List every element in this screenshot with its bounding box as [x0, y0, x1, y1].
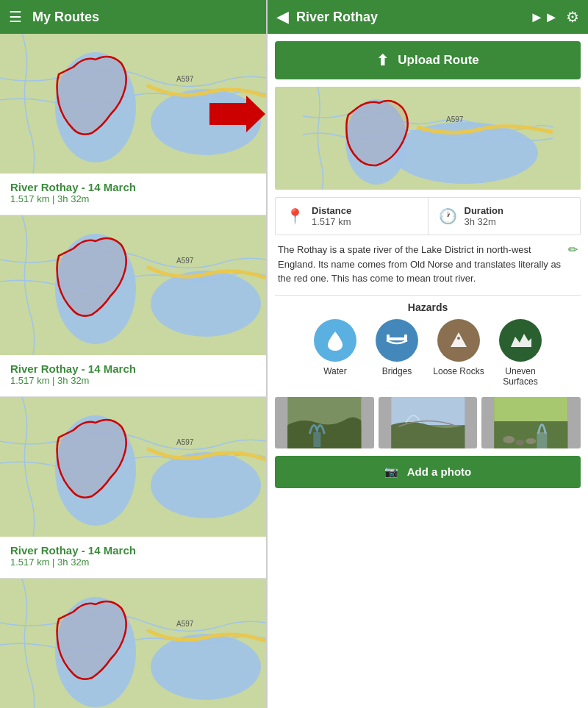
route-item[interactable]: A597 River Rothay - 14 March 1.517 km | … — [0, 397, 266, 579]
route-name: River Rothay - 14 March — [10, 362, 256, 375]
stats-row: 📍 Distance 1.517 km 🕐 Duration 3h 32m — [275, 197, 581, 235]
hazard-water-label: Water — [323, 366, 347, 376]
route-thumbnail: A597 — [0, 215, 266, 355]
svg-text:A597: A597 — [176, 257, 194, 265]
svg-text:A597: A597 — [446, 115, 464, 124]
svg-rect-34 — [537, 432, 548, 448]
route-thumbnail: A597 — [0, 397, 266, 537]
description-area: The Rothay is a spate river of the Lake … — [275, 243, 581, 286]
svg-point-2 — [151, 89, 261, 155]
route-item[interactable]: A597 River Rothay - 14 March 1.517 km | … — [0, 579, 266, 708]
upload-label: Upload Route — [398, 53, 479, 68]
hazard-rocks[interactable]: Loose Rocks — [433, 319, 484, 387]
hazard-water[interactable]: Water — [309, 319, 361, 387]
route-info: River Rothay - 14 March 1.517 km | 3h 32… — [0, 174, 266, 215]
divider — [275, 295, 581, 296]
hazards-title: Hazards — [275, 301, 581, 313]
hazard-bridges-circle — [376, 319, 418, 362]
route-meta: 1.517 km | 3h 32m — [10, 557, 256, 568]
route-item[interactable]: A597 River Rothay - 14 March 1.517 km | … — [0, 215, 266, 397]
route-meta: 1.517 km | 3h 32m — [10, 193, 256, 204]
back-button[interactable]: ◀ — [276, 7, 289, 26]
hazards-section: Hazards Water — [275, 301, 581, 387]
svg-point-37 — [526, 438, 537, 444]
upload-route-button[interactable]: ⬆ Upload Route — [275, 41, 581, 79]
route-name: River Rothay - 14 March — [10, 544, 256, 557]
svg-rect-29 — [391, 397, 465, 426]
description-text: The Rothay is a spate river of the Lake … — [278, 243, 564, 286]
left-panel: ☰ My Routes — [0, 0, 266, 708]
svg-rect-27 — [313, 432, 320, 447]
svg-point-36 — [516, 440, 525, 446]
photo-thumb-2[interactable] — [379, 397, 478, 448]
left-panel-title: My Routes — [32, 10, 99, 25]
detail-map: A597 — [275, 87, 581, 190]
hamburger-icon[interactable]: ☰ — [9, 8, 22, 26]
photos-row — [275, 397, 581, 448]
svg-rect-21 — [387, 337, 407, 340]
settings-button[interactable]: ⚙ — [566, 8, 579, 26]
svg-point-6 — [151, 271, 261, 337]
svg-rect-32 — [495, 397, 568, 423]
left-header: ☰ My Routes — [0, 0, 266, 34]
duration-stat: 🕐 Duration 3h 32m — [429, 198, 581, 235]
svg-text:A597: A597 — [176, 620, 194, 628]
hazard-rocks-label: Loose Rocks — [433, 366, 484, 376]
location-icon: 📍 — [286, 207, 304, 225]
right-panel: ◀ River Rothay ►► ⚙ ⬆ Upload Route A597 — [266, 0, 588, 708]
hazards-row: Water Bridges — [275, 319, 581, 387]
duration-label: Duration — [465, 205, 503, 216]
route-thumbnail: A597 — [0, 579, 266, 708]
route-info: River Rothay - 14 March 1.517 km | 3h 32… — [0, 355, 266, 396]
svg-point-10 — [151, 452, 261, 518]
hazard-bridges[interactable]: Bridges — [371, 319, 423, 387]
camera-icon: 📷 — [384, 465, 398, 479]
hazard-rocks-circle — [437, 319, 480, 362]
distance-value: 1.517 km — [312, 216, 351, 227]
hazard-uneven-label: Uneven Surfaces — [495, 366, 546, 387]
hazard-uneven[interactable]: Uneven Surfaces — [495, 319, 546, 387]
duration-value: 3h 32m — [465, 216, 503, 227]
route-info: River Rothay - 14 March 1.517 km | 3h 32… — [0, 537, 266, 578]
distance-label: Distance — [312, 205, 351, 216]
navigate-button[interactable]: ►► — [529, 9, 559, 26]
upload-icon: ⬆ — [376, 51, 389, 69]
svg-text:A597: A597 — [176, 75, 194, 83]
route-item[interactable]: A597 River Rothay - 14 March 1.517 km | … — [0, 34, 266, 215]
right-header: ◀ River Rothay ►► ⚙ — [268, 0, 588, 34]
svg-point-14 — [151, 634, 261, 700]
add-photo-button[interactable]: 📷 Add a photo — [275, 456, 581, 488]
photo-thumb-3[interactable] — [481, 397, 581, 448]
route-name: River Rothay - 14 March — [10, 181, 256, 193]
edit-icon[interactable]: ✏ — [568, 243, 578, 257]
add-photo-label: Add a photo — [407, 465, 471, 478]
route-meta: 1.517 km | 3h 32m — [10, 375, 256, 386]
hazard-uneven-circle — [499, 319, 542, 362]
hazard-water-circle — [314, 319, 356, 362]
svg-point-35 — [503, 436, 515, 443]
photo-thumb-1[interactable] — [275, 397, 374, 448]
routes-list: A597 River Rothay - 14 March 1.517 km | … — [0, 34, 266, 708]
route-thumbnail: A597 — [0, 34, 266, 174]
svg-rect-33 — [495, 421, 568, 448]
svg-point-24 — [457, 337, 460, 340]
clock-icon: 🕐 — [439, 207, 457, 225]
svg-text:A597: A597 — [176, 438, 194, 446]
distance-stat: 📍 Distance 1.517 km — [276, 198, 429, 235]
hazard-bridges-label: Bridges — [382, 366, 412, 376]
right-panel-title: River Rothay — [296, 10, 522, 25]
